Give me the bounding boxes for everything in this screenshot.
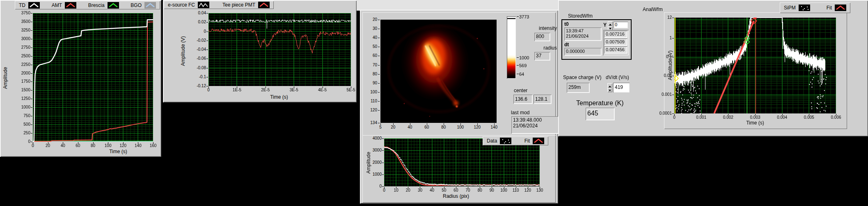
colorbar-tick-mark: [517, 16, 519, 17]
axis-tick-label: 30: [363, 26, 377, 31]
axis-tick-mark: [63, 142, 63, 144]
pmt-graph-panel: e-source FCTee piece PMT Amplitude (V) T…: [163, 0, 357, 102]
axis-tick-mark: [427, 123, 427, 125]
axis-tick-label: 0.0001: [650, 111, 672, 115]
axis-tick-mark: [206, 86, 208, 86]
intensity-colorbar[interactable]: [507, 16, 516, 79]
axis-tick-label: 60: [363, 53, 377, 58]
axis-tick-mark: [701, 114, 702, 115]
legend-item-fit[interactable]: Fit: [524, 138, 544, 144]
axis-tick-label: 80: [435, 125, 452, 129]
counts-graph-legend[interactable]: TDAMTBresciaBGO: [15, 1, 160, 9]
legend-item-data[interactable]: Data: [487, 138, 511, 144]
legend-item-e-source-fc[interactable]: e-source FC: [168, 2, 209, 8]
plot-style-icon[interactable]: [65, 2, 76, 9]
legend-item-sipm[interactable]: SiPM: [784, 5, 810, 11]
legend-item-bgo[interactable]: BGO: [131, 2, 156, 9]
axis-tick-mark: [138, 142, 138, 144]
axis-tick-mark: [31, 99, 32, 99]
axis-tick-label: 40: [402, 125, 418, 129]
axis-tick-label: -0.12: [185, 84, 206, 88]
radial-plot-area: [384, 138, 540, 186]
anal-wfm-legend[interactable]: SiPMFit: [780, 2, 850, 13]
axis-tick-mark: [410, 123, 410, 125]
axis-tick-mark: [206, 22, 208, 23]
axis-tick-mark: [836, 114, 836, 115]
axis-tick-mark: [378, 83, 380, 84]
axis-tick-mark: [31, 133, 32, 134]
axis-tick-label: 0: [363, 184, 382, 188]
legend-item-tee-piece-pmt[interactable]: Tee piece PMT: [222, 2, 270, 8]
axis-tick-mark: [378, 29, 380, 29]
axis-tick-label: 1500: [9, 88, 30, 92]
counts-y-axis-label: Amplitude: [2, 45, 8, 111]
axis-tick-label: -0.04: [185, 47, 206, 52]
axis-tick-mark: [444, 123, 444, 125]
axis-tick-label: 0.004: [770, 115, 795, 120]
axis-tick-mark: [31, 125, 32, 125]
axis-tick-label: 50: [363, 44, 377, 49]
legend-item-amt[interactable]: AMT: [52, 2, 76, 9]
center-label: center: [514, 88, 527, 93]
plot-style-icon[interactable]: [198, 2, 209, 8]
anal-plot-area: [674, 18, 836, 113]
front-panel-background-strip: [357, 0, 558, 11]
axis-tick-label: 90: [363, 81, 377, 85]
axis-tick-label: 3750: [9, 11, 30, 15]
axis-tick-label: 2750: [9, 45, 30, 50]
radial-graph-legend[interactable]: DataFit: [483, 136, 548, 145]
axis-tick-mark: [782, 114, 783, 115]
axis-tick-mark: [294, 86, 294, 88]
intensity-control[interactable]: 800: [534, 33, 550, 41]
plot-style-icon[interactable]: [144, 2, 156, 9]
pmt-graph-legend[interactable]: e-source FCTee piece PMT: [164, 1, 274, 9]
axis-tick-mark: [540, 187, 540, 188]
axis-tick-mark: [266, 86, 266, 88]
axis-tick-mark: [206, 59, 208, 59]
axis-tick-mark: [728, 114, 728, 115]
axis-tick-mark: [393, 123, 394, 125]
legend-label: SiPM: [784, 5, 796, 11]
plot-style-icon[interactable]: [28, 2, 40, 9]
intensity-label: intensity: [525, 25, 557, 31]
legend-label: Tee piece PMT: [222, 2, 255, 8]
counts-plot-area: [33, 13, 153, 142]
plot-style-icon[interactable]: [533, 138, 544, 144]
axis-tick-mark: [380, 123, 381, 125]
colorbar-tick-label: 1000: [519, 55, 529, 60]
legend-item-brescia[interactable]: Brescia: [88, 2, 119, 9]
axis-tick-label: 110: [363, 99, 377, 103]
axis-tick-label: 0: [662, 115, 687, 120]
radius-label: radius: [525, 45, 557, 51]
axis-tick-mark: [494, 123, 495, 125]
axis-tick-mark: [378, 20, 380, 20]
radius-control[interactable]: 37: [534, 52, 550, 60]
plot-style-icon[interactable]: [108, 2, 119, 9]
axis-tick-mark: [208, 86, 209, 88]
colorbar-tick-label: 64: [519, 72, 524, 77]
axis-tick-mark: [48, 142, 48, 144]
axis-tick-mark: [31, 22, 32, 22]
axis-tick-mark: [460, 123, 461, 125]
colorbar-tick-mark: [517, 74, 519, 74]
axis-tick-label: -0.1: [185, 75, 206, 79]
axis-tick-mark: [123, 142, 124, 144]
plot-style-icon[interactable]: [835, 5, 846, 11]
axis-tick-mark: [382, 138, 384, 139]
colorbar-tick-label: 569: [519, 63, 527, 68]
axis-tick-label: 60: [419, 125, 435, 129]
axis-tick-mark: [378, 123, 380, 123]
axis-tick-mark: [378, 38, 380, 38]
legend-item-fit[interactable]: Fit: [827, 5, 846, 11]
axis-tick-label: 70: [363, 63, 377, 67]
legend-item-td[interactable]: TD: [19, 2, 40, 9]
plot-style-icon[interactable]: [258, 2, 270, 8]
axis-tick-mark: [31, 73, 32, 74]
pmt-x-axis-label: Time (s): [254, 94, 304, 100]
axis-tick-mark: [323, 86, 323, 88]
plot-style-icon[interactable]: [500, 138, 511, 144]
plot-style-icon[interactable]: [799, 5, 810, 11]
anal-x-axis-label: Time (s): [731, 120, 780, 126]
axis-tick-mark: [31, 56, 32, 57]
beam-image-graph: 2030405060708090100110120134520406080100…: [362, 12, 556, 136]
